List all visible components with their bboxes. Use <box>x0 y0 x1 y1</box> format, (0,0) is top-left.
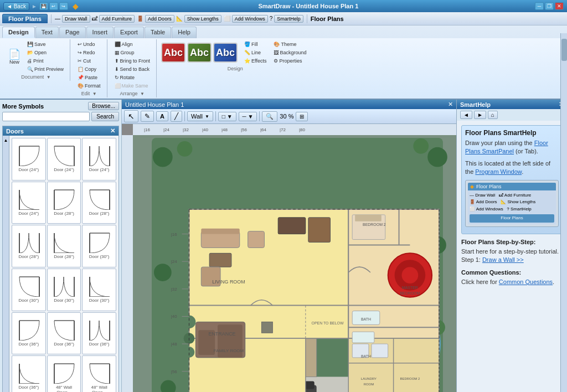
back-button[interactable]: ◄ Back <box>3 2 29 11</box>
door-item[interactable]: Door (36") <box>12 355 46 392</box>
floor-plans-tab[interactable]: Floor Plans <box>2 14 48 23</box>
tab-text[interactable]: Text <box>35 27 59 38</box>
line-tool[interactable]: ╱ <box>171 111 182 122</box>
smarthelp-home-btn[interactable]: ⌂ <box>488 111 498 119</box>
door-item[interactable]: Door (36") <box>47 312 81 355</box>
draw-wall-link[interactable]: Draw a Wall >> <box>482 256 524 263</box>
abc-button-green[interactable]: Abc <box>187 43 212 63</box>
smartpanel-link[interactable]: Floor Plans SmartPanel <box>465 140 548 154</box>
door-item[interactable]: Door (28") <box>82 182 116 224</box>
abc-button-red[interactable]: Abc <box>161 43 185 63</box>
door-label: Door (36") <box>19 385 39 390</box>
copy-button[interactable]: 📋 Copy <box>75 65 104 73</box>
lasso-tool[interactable]: ✎ <box>141 111 154 122</box>
bring-front-button[interactable]: ⬆ Bring to Front <box>112 57 153 65</box>
zoom-out[interactable]: 🔍 <box>262 111 277 122</box>
door-item[interactable]: Door (24") <box>82 138 116 180</box>
close-button[interactable]: ✕ <box>555 2 564 10</box>
door-item[interactable]: Door (24") <box>12 138 46 180</box>
make-same-button[interactable]: ⬜ Make Same <box>112 82 153 90</box>
svg-point-51 <box>413 138 429 154</box>
line-button[interactable]: 📏 Line <box>241 49 269 56</box>
door-item[interactable]: Door (30") <box>12 269 46 311</box>
program-window-link[interactable]: Program Window <box>475 168 522 175</box>
door-item[interactable]: 48" Wall Open... <box>47 355 81 392</box>
doors-close-icon[interactable]: ✕ <box>110 127 115 135</box>
tab-export[interactable]: Export <box>114 27 144 38</box>
abc-button-blue[interactable]: Abc <box>213 43 238 63</box>
print-preview-icon: 🔍 <box>27 66 33 72</box>
door-label: Door (24") <box>54 167 74 172</box>
add-windows-btn[interactable]: Add Windows <box>232 15 268 23</box>
smarthelp-forward-btn[interactable]: ► <box>474 111 486 119</box>
tab-insert[interactable]: Insert <box>86 27 114 38</box>
door-item[interactable]: Door (30") <box>82 225 116 267</box>
format-button[interactable]: 🎨 Format <box>75 82 104 90</box>
door-item[interactable]: Door (28") <box>47 182 81 224</box>
zoom-controls[interactable]: ⊞ <box>296 112 308 121</box>
browse-button[interactable]: Browse... <box>88 102 119 110</box>
draw-wall-btn[interactable]: Draw Wall <box>62 15 90 23</box>
effects-button[interactable]: ⭐ Effects <box>241 57 269 65</box>
search-button[interactable]: Search <box>91 112 119 121</box>
shape-dropdown[interactable]: □ ▼ <box>218 112 236 121</box>
print-preview-button[interactable]: 🔍 Print Preview <box>24 65 66 73</box>
more-symbols-title: More Symbols <box>2 103 44 110</box>
redo-button[interactable]: ↪ Redo <box>75 49 104 56</box>
new-button[interactable]: 📄 New <box>6 48 23 66</box>
cut-button[interactable]: ✂ Cut <box>75 57 104 65</box>
tab-table[interactable]: Table <box>145 27 171 38</box>
tab-page[interactable]: Page <box>59 27 86 38</box>
canvas-title: Untitled House Plan 1 <box>125 101 184 108</box>
open-button[interactable]: 📂 Open <box>24 49 66 56</box>
print-button[interactable]: 🖨 Print <box>24 57 66 65</box>
add-doors-btn[interactable]: Add Doors <box>145 15 174 23</box>
door-item[interactable]: Door (30") <box>82 269 116 311</box>
svg-rect-81 <box>201 229 239 234</box>
canvas-close-icon[interactable]: ✕ <box>448 101 453 108</box>
fill-button[interactable]: 🪣 Fill <box>241 40 269 48</box>
door-item[interactable]: Door (28") <box>47 225 81 267</box>
save-button[interactable]: 💾 Save <box>24 40 66 48</box>
door-item[interactable]: Door (30") <box>47 269 81 311</box>
align-button[interactable]: ⬛ Align <box>112 40 153 48</box>
door-item[interactable]: 48" Wall Open... <box>82 355 116 392</box>
svg-rect-82 <box>209 253 231 267</box>
door-item[interactable]: Door (36") <box>12 312 46 355</box>
minimize-button[interactable]: ─ <box>535 2 544 10</box>
send-back-button[interactable]: ⬇ Send to Back <box>112 65 153 73</box>
smarthelp-preview: ◆ Floor Plans — Draw Wall 🛋 Add Furnitur… <box>465 180 559 227</box>
door-item[interactable]: Door (36") <box>82 312 116 355</box>
smarthelp-nav-btn[interactable]: SmartHelp <box>274 15 303 23</box>
door-item[interactable]: Door (24") <box>47 138 81 180</box>
undo-button[interactable]: ↩ Undo <box>75 40 104 48</box>
smarthelp-panel: SmartHelp ✕ ◄ ► ⌂ Floor Plans SmartHelp … <box>456 100 567 392</box>
paste-button[interactable]: 📌 Paste <box>75 74 104 81</box>
background-button[interactable]: 🖼 Background <box>271 49 309 56</box>
svg-rect-36 <box>133 124 456 135</box>
document-group-label: Document ▼ <box>21 74 50 80</box>
door-item[interactable]: Door (24") <box>12 182 46 224</box>
svg-text:FAMILY ROOM: FAMILY ROOM <box>214 348 244 353</box>
floor-plan-svg[interactable]: LIVING ROOM BEDROOM 2 MASTER BEDROOM ENT… <box>133 135 456 392</box>
add-furniture-btn[interactable]: Add Furniture <box>99 15 135 23</box>
select-tool[interactable]: ↖ <box>124 110 138 122</box>
forward-button[interactable]: ► <box>32 3 37 9</box>
rotate-button[interactable]: ↻ Rotate <box>112 74 153 81</box>
properties-button[interactable]: ⚙ Properties <box>271 57 309 65</box>
theme-button[interactable]: 🎨 Theme <box>271 40 309 48</box>
door-item[interactable]: Door (28") <box>12 225 46 267</box>
smarthelp-scrollbar[interactable] <box>561 39 567 61</box>
show-lengths-btn[interactable]: Show Lengths <box>184 15 221 23</box>
common-questions-link[interactable]: Common Questions <box>499 278 553 285</box>
tab-help[interactable]: Help <box>172 27 197 38</box>
line-style-dropdown[interactable]: ─ ▼ <box>239 112 257 121</box>
text-tool[interactable]: A <box>156 111 168 121</box>
wall-dropdown[interactable]: Wall ▼ <box>187 111 213 121</box>
tab-design[interactable]: Design <box>2 27 35 38</box>
group-button[interactable]: ▦ Group <box>112 49 153 56</box>
search-input[interactable] <box>2 112 90 121</box>
smarthelp-back-btn[interactable]: ◄ <box>460 111 472 119</box>
restore-button[interactable]: ❐ <box>545 2 554 10</box>
scroll-up-btn[interactable]: ▲ <box>4 138 8 143</box>
